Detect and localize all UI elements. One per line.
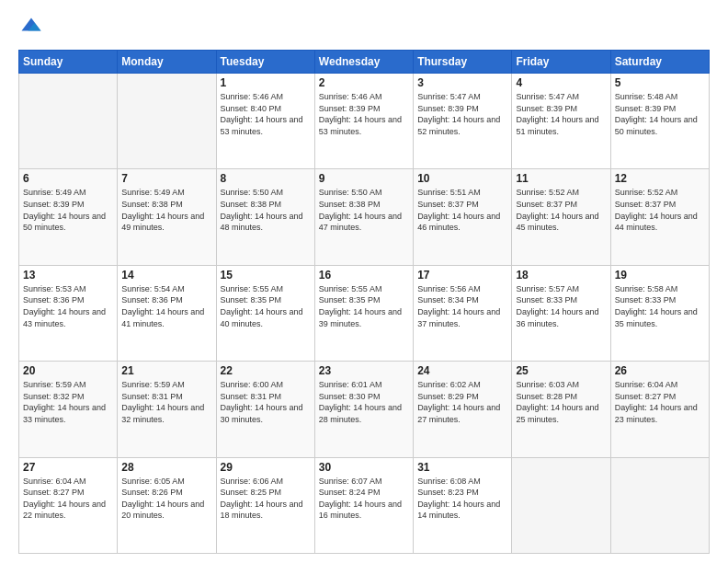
day-number: 31 <box>417 461 507 474</box>
day-number: 19 <box>615 269 705 282</box>
col-header-wednesday: Wednesday <box>314 51 413 74</box>
day-number: 14 <box>121 269 211 282</box>
day-info: Sunrise: 5:59 AM Sunset: 8:32 PM Dayligh… <box>23 379 113 425</box>
day-number: 18 <box>516 269 606 282</box>
day-number: 10 <box>417 172 507 185</box>
day-info: Sunrise: 5:46 AM Sunset: 8:39 PM Dayligh… <box>319 91 409 137</box>
calendar-cell: 7Sunrise: 5:49 AM Sunset: 8:38 PM Daylig… <box>118 169 216 265</box>
calendar-cell <box>610 457 709 553</box>
calendar-cell <box>512 457 610 553</box>
calendar-cell: 16Sunrise: 5:55 AM Sunset: 8:35 PM Dayli… <box>314 265 413 361</box>
day-number: 16 <box>319 269 409 282</box>
day-info: Sunrise: 5:58 AM Sunset: 8:33 PM Dayligh… <box>615 283 705 329</box>
calendar-cell: 12Sunrise: 5:52 AM Sunset: 8:37 PM Dayli… <box>610 169 709 265</box>
calendar-week-row: 20Sunrise: 5:59 AM Sunset: 8:32 PM Dayli… <box>19 362 710 457</box>
logo <box>18 15 48 40</box>
day-info: Sunrise: 6:01 AM Sunset: 8:30 PM Dayligh… <box>319 379 409 425</box>
calendar-cell: 1Sunrise: 5:46 AM Sunset: 8:40 PM Daylig… <box>216 74 314 169</box>
day-number: 21 <box>121 364 211 377</box>
calendar-week-row: 27Sunrise: 6:04 AM Sunset: 8:27 PM Dayli… <box>19 457 710 553</box>
day-number: 27 <box>23 461 113 474</box>
page: SundayMondayTuesdayWednesdayThursdayFrid… <box>0 0 728 563</box>
calendar-week-row: 1Sunrise: 5:46 AM Sunset: 8:40 PM Daylig… <box>19 74 710 169</box>
calendar-cell: 26Sunrise: 6:04 AM Sunset: 8:27 PM Dayli… <box>610 362 709 457</box>
calendar-cell: 24Sunrise: 6:02 AM Sunset: 8:29 PM Dayli… <box>414 362 512 457</box>
calendar-cell: 4Sunrise: 5:47 AM Sunset: 8:39 PM Daylig… <box>512 74 610 169</box>
day-info: Sunrise: 6:07 AM Sunset: 8:24 PM Dayligh… <box>319 476 409 522</box>
calendar-cell: 17Sunrise: 5:56 AM Sunset: 8:34 PM Dayli… <box>414 265 512 361</box>
day-number: 4 <box>516 76 606 89</box>
col-header-thursday: Thursday <box>414 51 512 74</box>
calendar-cell: 14Sunrise: 5:54 AM Sunset: 8:36 PM Dayli… <box>118 265 216 361</box>
calendar-cell: 25Sunrise: 6:03 AM Sunset: 8:28 PM Dayli… <box>512 362 610 457</box>
calendar-cell: 15Sunrise: 5:55 AM Sunset: 8:35 PM Dayli… <box>216 265 314 361</box>
day-info: Sunrise: 5:52 AM Sunset: 8:37 PM Dayligh… <box>615 187 705 233</box>
day-number: 25 <box>516 364 606 377</box>
day-info: Sunrise: 5:57 AM Sunset: 8:33 PM Dayligh… <box>516 283 606 329</box>
day-number: 20 <box>23 364 113 377</box>
day-number: 2 <box>319 76 409 89</box>
day-number: 26 <box>615 364 705 377</box>
day-info: Sunrise: 5:46 AM Sunset: 8:40 PM Dayligh… <box>221 91 311 137</box>
calendar-cell: 31Sunrise: 6:08 AM Sunset: 8:23 PM Dayli… <box>414 457 512 553</box>
day-number: 11 <box>516 172 606 185</box>
day-info: Sunrise: 5:54 AM Sunset: 8:36 PM Dayligh… <box>121 283 211 329</box>
header <box>18 15 710 40</box>
col-header-tuesday: Tuesday <box>216 51 314 74</box>
calendar-cell: 30Sunrise: 6:07 AM Sunset: 8:24 PM Dayli… <box>314 457 413 553</box>
day-number: 13 <box>23 269 113 282</box>
day-info: Sunrise: 5:49 AM Sunset: 8:38 PM Dayligh… <box>121 187 211 233</box>
day-info: Sunrise: 5:47 AM Sunset: 8:39 PM Dayligh… <box>516 91 606 137</box>
day-info: Sunrise: 6:04 AM Sunset: 8:27 PM Dayligh… <box>23 476 113 522</box>
calendar-cell: 2Sunrise: 5:46 AM Sunset: 8:39 PM Daylig… <box>314 74 413 169</box>
calendar-cell: 8Sunrise: 5:50 AM Sunset: 8:38 PM Daylig… <box>216 169 314 265</box>
day-info: Sunrise: 5:55 AM Sunset: 8:35 PM Dayligh… <box>221 283 311 329</box>
calendar-cell: 9Sunrise: 5:50 AM Sunset: 8:38 PM Daylig… <box>314 169 413 265</box>
day-info: Sunrise: 5:52 AM Sunset: 8:37 PM Dayligh… <box>516 187 606 233</box>
calendar-cell: 3Sunrise: 5:47 AM Sunset: 8:39 PM Daylig… <box>414 74 512 169</box>
day-info: Sunrise: 5:49 AM Sunset: 8:39 PM Dayligh… <box>23 187 113 233</box>
calendar-cell: 6Sunrise: 5:49 AM Sunset: 8:39 PM Daylig… <box>19 169 118 265</box>
day-info: Sunrise: 5:50 AM Sunset: 8:38 PM Dayligh… <box>221 187 311 233</box>
day-number: 23 <box>319 364 409 377</box>
calendar-cell: 22Sunrise: 6:00 AM Sunset: 8:31 PM Dayli… <box>216 362 314 457</box>
day-info: Sunrise: 5:50 AM Sunset: 8:38 PM Dayligh… <box>319 187 409 233</box>
day-info: Sunrise: 6:05 AM Sunset: 8:26 PM Dayligh… <box>121 476 211 522</box>
day-info: Sunrise: 5:56 AM Sunset: 8:34 PM Dayligh… <box>417 283 507 329</box>
col-header-monday: Monday <box>118 51 216 74</box>
calendar-week-row: 13Sunrise: 5:53 AM Sunset: 8:36 PM Dayli… <box>19 265 710 361</box>
calendar-cell: 29Sunrise: 6:06 AM Sunset: 8:25 PM Dayli… <box>216 457 314 553</box>
calendar-cell: 13Sunrise: 5:53 AM Sunset: 8:36 PM Dayli… <box>19 265 118 361</box>
col-header-friday: Friday <box>512 51 610 74</box>
day-number: 22 <box>221 364 311 377</box>
day-number: 1 <box>221 76 311 89</box>
day-info: Sunrise: 5:48 AM Sunset: 8:39 PM Dayligh… <box>615 91 705 137</box>
calendar-cell: 27Sunrise: 6:04 AM Sunset: 8:27 PM Dayli… <box>19 457 118 553</box>
logo-icon <box>18 15 44 40</box>
calendar-cell: 21Sunrise: 5:59 AM Sunset: 8:31 PM Dayli… <box>118 362 216 457</box>
calendar-cell: 20Sunrise: 5:59 AM Sunset: 8:32 PM Dayli… <box>19 362 118 457</box>
day-info: Sunrise: 5:55 AM Sunset: 8:35 PM Dayligh… <box>319 283 409 329</box>
calendar-header-row: SundayMondayTuesdayWednesdayThursdayFrid… <box>19 51 710 74</box>
day-info: Sunrise: 6:08 AM Sunset: 8:23 PM Dayligh… <box>417 476 507 522</box>
calendar-cell <box>118 74 216 169</box>
day-number: 15 <box>221 269 311 282</box>
day-number: 12 <box>615 172 705 185</box>
day-number: 3 <box>417 76 507 89</box>
day-number: 29 <box>221 461 311 474</box>
calendar-cell: 10Sunrise: 5:51 AM Sunset: 8:37 PM Dayli… <box>414 169 512 265</box>
day-info: Sunrise: 5:51 AM Sunset: 8:37 PM Dayligh… <box>417 187 507 233</box>
calendar-cell: 11Sunrise: 5:52 AM Sunset: 8:37 PM Dayli… <box>512 169 610 265</box>
calendar-cell: 18Sunrise: 5:57 AM Sunset: 8:33 PM Dayli… <box>512 265 610 361</box>
day-number: 8 <box>221 172 311 185</box>
day-number: 17 <box>417 269 507 282</box>
calendar-cell: 5Sunrise: 5:48 AM Sunset: 8:39 PM Daylig… <box>610 74 709 169</box>
calendar-cell <box>19 74 118 169</box>
col-header-sunday: Sunday <box>19 51 118 74</box>
day-info: Sunrise: 5:59 AM Sunset: 8:31 PM Dayligh… <box>121 379 211 425</box>
day-info: Sunrise: 6:03 AM Sunset: 8:28 PM Dayligh… <box>516 379 606 425</box>
col-header-saturday: Saturday <box>610 51 709 74</box>
calendar-table: SundayMondayTuesdayWednesdayThursdayFrid… <box>18 50 710 554</box>
day-info: Sunrise: 6:04 AM Sunset: 8:27 PM Dayligh… <box>615 379 705 425</box>
day-info: Sunrise: 5:47 AM Sunset: 8:39 PM Dayligh… <box>417 91 507 137</box>
